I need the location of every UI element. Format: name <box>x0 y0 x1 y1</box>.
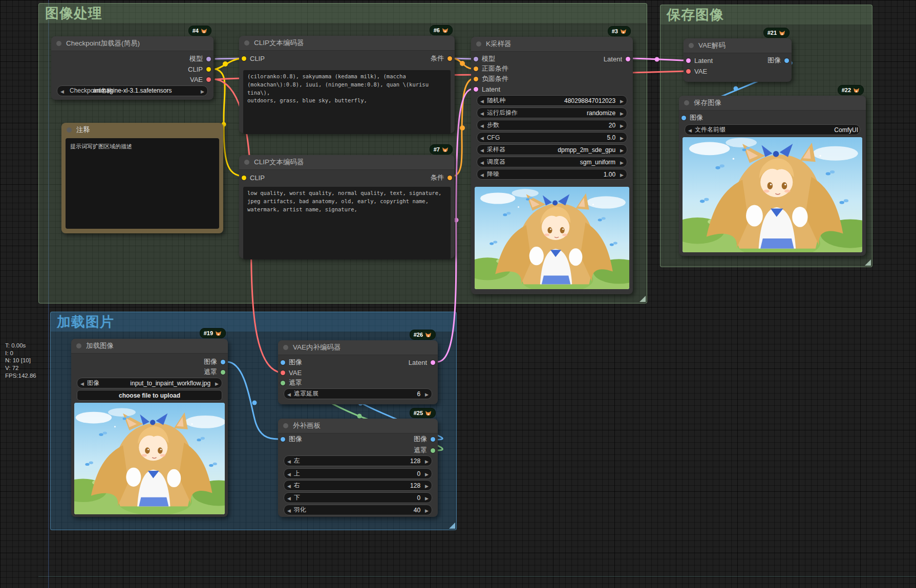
combo-left-arrow-icon[interactable] <box>284 470 294 477</box>
node-note[interactable]: 注释 提示词写扩图区域的描述 <box>61 123 223 233</box>
prompt-textarea[interactable]: low quality, worst quality, normal quali… <box>243 187 451 259</box>
combo-right-arrow-icon[interactable] <box>422 390 432 398</box>
input-slot-image[interactable]: 图像 <box>281 434 302 444</box>
slot-dot-clip[interactable] <box>206 67 211 72</box>
slot-dot-latent[interactable] <box>431 360 435 365</box>
prompt-textarea[interactable]: (ciloranko:0.8), sakyumama (kedama milk)… <box>243 70 451 134</box>
combo-right-arrow-icon[interactable] <box>617 171 627 178</box>
output-slot-vae[interactable]: VAE <box>190 75 211 84</box>
input-slot-clip[interactable]: CLIP <box>242 54 265 63</box>
node-clip-encode-negative[interactable]: #7 CLIP文本编码器 CLIP 条件 low quality, worst … <box>239 155 455 258</box>
input-slot-image[interactable]: 图像 <box>681 113 703 122</box>
steps-widget[interactable]: 步数20 <box>477 120 627 130</box>
slot-dot-model[interactable] <box>206 57 211 61</box>
pad-bottom-widget[interactable]: 下0 <box>284 492 432 503</box>
slot-dot-clip[interactable] <box>242 56 246 61</box>
collapse-dot-icon[interactable] <box>689 43 694 48</box>
slot-dot-mask[interactable] <box>221 370 225 375</box>
note-text[interactable]: 提示词写扩图区域的描述 <box>66 138 219 229</box>
output-slot-mask[interactable]: 遮罩 <box>204 367 225 377</box>
input-slot-negative[interactable]: 负面条件 <box>474 74 508 83</box>
wire-clip-positive[interactable] <box>216 58 241 69</box>
choose-file-button[interactable]: choose file to upload <box>77 390 222 401</box>
combo-left-arrow-icon[interactable] <box>477 146 487 154</box>
combo-left-arrow-icon[interactable] <box>284 482 294 489</box>
collapse-dot-icon[interactable] <box>476 41 481 47</box>
cfg-widget[interactable]: CFG5.0 <box>477 132 627 143</box>
collapse-dot-icon[interactable] <box>283 423 288 428</box>
collapse-dot-icon[interactable] <box>56 41 61 46</box>
combo-right-arrow-icon[interactable] <box>422 507 432 514</box>
output-slot-conditioning[interactable]: 条件 <box>431 54 452 63</box>
node-title-bar[interactable]: K采样器 <box>471 37 633 52</box>
node-ksampler[interactable]: #3 K采样器 模型 正面条件 负面条件 Latent Latent 随机种48… <box>471 37 633 294</box>
feathering-widget[interactable]: 羽化40 <box>284 505 432 515</box>
input-slot-image[interactable]: 图像 <box>281 358 302 367</box>
checkpoint-name-combo[interactable]: Checkpoint名称 animagine-xl-3.1.safetensor… <box>57 85 208 96</box>
collapse-dot-icon[interactable] <box>244 160 249 165</box>
output-slot-image[interactable]: 图像 <box>768 56 789 65</box>
collapse-dot-icon[interactable] <box>67 127 72 133</box>
combo-right-arrow-icon[interactable] <box>617 110 627 117</box>
combo-right-arrow-icon[interactable] <box>422 458 432 465</box>
slot-dot-image[interactable] <box>681 116 686 120</box>
slot-dot-vae[interactable] <box>686 69 691 74</box>
combo-right-arrow-icon[interactable] <box>422 482 432 489</box>
combo-left-arrow-icon[interactable] <box>477 122 487 129</box>
slot-dot-conditioning[interactable] <box>448 176 452 180</box>
combo-left-arrow-icon[interactable] <box>477 134 487 141</box>
input-slot-mask[interactable]: 遮罩 <box>281 378 302 387</box>
node-title-bar[interactable]: 外补画板 <box>278 419 438 433</box>
slot-dot-model[interactable] <box>474 57 478 61</box>
node-title-bar[interactable]: CLIP文本编码器 <box>239 155 455 170</box>
node-load-image[interactable]: #19 加载图像 图像 遮罩 图像input_to_inpaint_workfl… <box>71 339 228 517</box>
slot-dot-vae[interactable] <box>281 371 285 375</box>
link-dot[interactable] <box>357 414 362 419</box>
slot-dot-image[interactable] <box>784 58 789 63</box>
pad-left-widget[interactable]: 左128 <box>284 455 432 466</box>
slot-dot-image[interactable] <box>281 360 285 365</box>
node-title-bar[interactable]: VAE内补编码器 <box>278 340 438 355</box>
combo-right-arrow-icon[interactable] <box>422 470 432 477</box>
filename-prefix-widget[interactable]: 文件名前缀ComfyUI <box>685 124 860 135</box>
slot-dot-image[interactable] <box>221 360 225 364</box>
combo-right-arrow-icon[interactable] <box>617 159 627 166</box>
node-title-bar[interactable]: 加载图像 <box>71 339 228 354</box>
combo-left-arrow-icon[interactable] <box>284 507 294 514</box>
slot-dot-conditioning[interactable] <box>474 67 478 71</box>
combo-left-arrow-icon[interactable] <box>477 97 487 104</box>
slot-dot-latent[interactable] <box>626 57 630 61</box>
node-vae-encode-inpaint[interactable]: #26 VAE内补编码器 图像 VAE 遮罩 Latent 遮罩延展6 <box>278 340 438 404</box>
pad-right-widget[interactable]: 右128 <box>284 480 432 491</box>
image-file-combo[interactable]: 图像input_to_inpaint_workflow.jpg <box>77 378 222 388</box>
combo-left-arrow-icon[interactable] <box>477 171 487 178</box>
node-title-bar[interactable]: CLIP文本编码器 <box>239 36 455 51</box>
collapse-dot-icon[interactable] <box>684 100 689 105</box>
slot-dot-clip[interactable] <box>242 176 246 180</box>
node-title-bar[interactable]: VAE解码 <box>684 38 792 53</box>
slot-dot-mask[interactable] <box>281 381 285 385</box>
slot-dot-mask[interactable] <box>431 448 435 453</box>
node-title-bar[interactable]: Checkpoint加载器(简易) <box>51 36 214 51</box>
input-slot-vae[interactable]: VAE <box>686 67 707 76</box>
node-clip-encode-positive[interactable]: #6 CLIP文本编码器 CLIP 条件 (ciloranko:0.8), sa… <box>239 36 455 133</box>
collapse-dot-icon[interactable] <box>283 345 288 350</box>
combo-right-arrow-icon[interactable] <box>617 97 627 104</box>
combo-left-arrow-icon[interactable] <box>284 390 294 398</box>
link-dot[interactable] <box>460 125 465 130</box>
output-slot-clip[interactable]: CLIP <box>188 64 211 74</box>
combo-right-arrow-icon[interactable] <box>212 380 222 387</box>
combo-right-arrow-icon[interactable] <box>422 494 432 502</box>
link-dot[interactable] <box>252 401 257 405</box>
output-slot-model[interactable]: 模型 <box>189 54 211 63</box>
scheduler-widget[interactable]: 调度器sgm_uniform <box>477 157 627 167</box>
input-slot-latent[interactable]: Latent <box>474 84 500 94</box>
sampler-widget[interactable]: 采样器dpmpp_2m_sde_gpu <box>477 144 627 155</box>
output-slot-latent[interactable]: Latent <box>604 54 630 63</box>
slot-dot-image[interactable] <box>431 437 435 442</box>
combo-left-arrow-icon[interactable] <box>685 126 695 134</box>
node-vae-decode[interactable]: #21 VAE解码 Latent VAE 图像 <box>684 38 792 82</box>
output-slot-image[interactable]: 图像 <box>414 434 435 444</box>
grow-mask-widget[interactable]: 遮罩延展6 <box>284 388 432 399</box>
seed-widget[interactable]: 随机种480298847012023 <box>477 95 627 106</box>
